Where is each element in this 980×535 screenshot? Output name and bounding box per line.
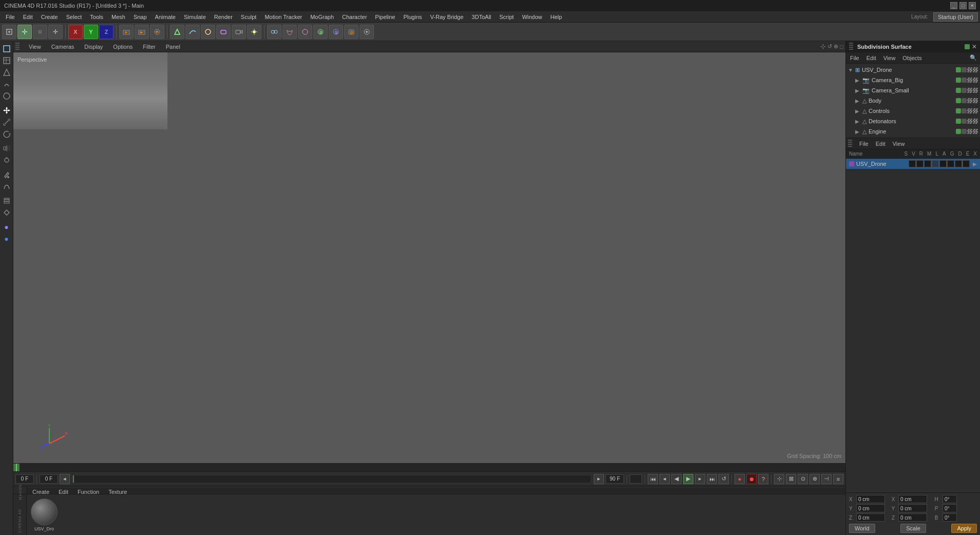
y-axis-button[interactable]: Y bbox=[84, 25, 98, 39]
om-item-body[interactable]: ▶ △ Body bbox=[846, 95, 980, 106]
scale-y-input[interactable] bbox=[898, 504, 927, 512]
viewport-icon-rotate[interactable]: ↺ bbox=[827, 43, 832, 50]
menu-file[interactable]: File bbox=[2, 13, 18, 21]
maximize-button[interactable]: □ bbox=[959, 2, 967, 9]
viewport-3d[interactable]: Perspective Grid Spacing: 100 cm X Y Z bbox=[13, 52, 845, 463]
menu-character[interactable]: Character bbox=[338, 13, 370, 21]
viewport-icon-render[interactable]: □ bbox=[840, 44, 843, 50]
viewport-icon-move[interactable]: ⊹ bbox=[820, 43, 826, 50]
scale-tool-tl[interactable]: ⊠ bbox=[786, 474, 796, 484]
world-button[interactable]: World bbox=[849, 524, 875, 533]
cloth-button[interactable] bbox=[282, 25, 297, 39]
viewport-panel-grip[interactable] bbox=[15, 43, 20, 51]
tab-panel[interactable]: Panel bbox=[163, 43, 183, 51]
menu-3dtoall[interactable]: 3DToAll bbox=[468, 13, 495, 21]
pos-y-input[interactable] bbox=[856, 504, 885, 512]
menu-mograph[interactable]: MoGraph bbox=[307, 13, 337, 21]
scale-x-input[interactable] bbox=[898, 495, 927, 503]
left-icon-move[interactable] bbox=[1, 105, 12, 116]
tl-scroll-right[interactable]: ▸ bbox=[594, 474, 604, 484]
left-icon-mirror[interactable] bbox=[1, 143, 12, 154]
left-icon-tag[interactable] bbox=[1, 207, 12, 218]
loop-button[interactable]: ↺ bbox=[719, 474, 729, 484]
tab-filter[interactable]: Filter bbox=[140, 43, 158, 51]
viewport-icon-zoom[interactable]: ⊕ bbox=[834, 43, 838, 50]
move-tool-tl[interactable]: ⊹ bbox=[774, 474, 784, 484]
rot-h-input[interactable] bbox=[943, 495, 957, 503]
timeline-ruler[interactable]: 0 2 4 6 8 10 12 14 16 18 20 22 24 26 28 … bbox=[13, 464, 845, 472]
menu-edit[interactable]: Edit bbox=[20, 13, 36, 21]
playback-fps-input[interactable] bbox=[606, 474, 624, 484]
coffee-button[interactable]: ⚙ bbox=[344, 25, 359, 39]
go-to-start-button[interactable]: ⏮ bbox=[648, 474, 658, 484]
menu-help[interactable]: Help bbox=[547, 13, 566, 21]
current-frame-input[interactable] bbox=[15, 474, 34, 484]
left-icon-sphere2[interactable]: ● bbox=[1, 233, 12, 244]
pos-x-input[interactable] bbox=[856, 495, 885, 503]
rotate-tool-tl[interactable]: ⊙ bbox=[798, 474, 808, 484]
left-icon-model[interactable] bbox=[1, 43, 12, 54]
tab-display[interactable]: Display bbox=[81, 43, 106, 51]
om-close-button[interactable]: ✕ bbox=[972, 43, 977, 50]
om-menu-view[interactable]: View bbox=[881, 54, 898, 62]
menu-window[interactable]: Window bbox=[518, 13, 545, 21]
model-mode-button[interactable] bbox=[2, 25, 16, 39]
rot-b-input[interactable] bbox=[943, 513, 957, 522]
om-item-engine[interactable]: ▶ △ Engine bbox=[846, 126, 980, 137]
fps-input[interactable] bbox=[630, 474, 642, 484]
tab-options[interactable]: Options bbox=[110, 43, 136, 51]
attr-menu-edit[interactable]: Edit bbox=[874, 140, 888, 148]
menu-simulate[interactable]: Simulate bbox=[180, 13, 210, 21]
select-tool-button[interactable]: ✛ bbox=[17, 25, 32, 39]
close-button[interactable]: ✕ bbox=[969, 2, 976, 9]
om-search-icon[interactable]: 🔍 bbox=[969, 53, 978, 62]
attr-panel-grip[interactable] bbox=[848, 140, 852, 148]
xpresso-button[interactable] bbox=[267, 25, 281, 39]
pos-z-input[interactable] bbox=[856, 513, 885, 522]
left-icon-sculpt[interactable] bbox=[1, 79, 12, 90]
python-button[interactable]: S bbox=[313, 25, 328, 39]
menu-plugins[interactable]: Plugins bbox=[400, 13, 425, 21]
nurbs-button[interactable] bbox=[201, 25, 215, 39]
menu-script[interactable]: Script bbox=[496, 13, 517, 21]
menu-render[interactable]: Render bbox=[211, 13, 236, 21]
left-icon-tweak[interactable] bbox=[1, 155, 12, 166]
om-panel-grip[interactable] bbox=[849, 43, 853, 51]
menu-mesh[interactable]: Mesh bbox=[108, 13, 129, 21]
pan-view-button[interactable]: ✛ bbox=[48, 25, 63, 39]
tab-cameras[interactable]: Cameras bbox=[48, 43, 78, 51]
left-icon-texture[interactable] bbox=[1, 55, 12, 66]
coord-sys-tl[interactable]: ⊕ bbox=[809, 474, 820, 484]
material-item[interactable]: USV_Dro bbox=[31, 499, 58, 531]
om-menu-objects[interactable]: Objects bbox=[900, 54, 924, 62]
apply-button[interactable]: Apply bbox=[951, 524, 977, 533]
left-icon-paint[interactable] bbox=[1, 169, 12, 180]
timeline-scrubber[interactable] bbox=[72, 475, 591, 483]
layer-tl[interactable]: ≡ bbox=[833, 474, 843, 484]
left-icon-bezier[interactable] bbox=[1, 181, 12, 192]
left-icon-rotate[interactable] bbox=[1, 128, 12, 140]
step-back-button[interactable]: ◂ bbox=[659, 474, 670, 484]
om-menu-edit[interactable]: Edit bbox=[864, 54, 878, 62]
mirror-tl[interactable]: ⊣ bbox=[821, 474, 832, 484]
menu-animate[interactable]: Animate bbox=[152, 13, 179, 21]
menu-snap[interactable]: Snap bbox=[130, 13, 150, 21]
om-item-controls[interactable]: ▶ △ Controls bbox=[846, 106, 980, 116]
om-item-detonators[interactable]: ▶ △ Detonators bbox=[846, 116, 980, 126]
om-item-camera-big[interactable]: ▶ 📷 Camera_Big bbox=[846, 75, 980, 85]
go-to-end-button[interactable]: ⏭ bbox=[707, 474, 717, 484]
light-button[interactable] bbox=[247, 25, 261, 39]
om-item-usv-drone[interactable]: ▼ ⊞ USV_Drone bbox=[846, 65, 980, 75]
frame-range-input[interactable] bbox=[40, 474, 58, 484]
snap-button[interactable] bbox=[360, 25, 374, 39]
tab-view[interactable]: View bbox=[26, 43, 44, 51]
layout-selector[interactable]: Startup (User) bbox=[933, 12, 978, 22]
x-axis-button[interactable]: X bbox=[68, 25, 83, 39]
deformer-button[interactable] bbox=[216, 25, 231, 39]
z-axis-button[interactable]: Z bbox=[99, 25, 114, 39]
play-reverse-button[interactable]: ◀ bbox=[671, 474, 682, 484]
rot-p-input[interactable] bbox=[943, 504, 957, 512]
left-icon-uvw[interactable] bbox=[1, 67, 12, 78]
om-visibility-dot[interactable] bbox=[965, 44, 970, 49]
attr-menu-file[interactable]: File bbox=[857, 140, 871, 148]
